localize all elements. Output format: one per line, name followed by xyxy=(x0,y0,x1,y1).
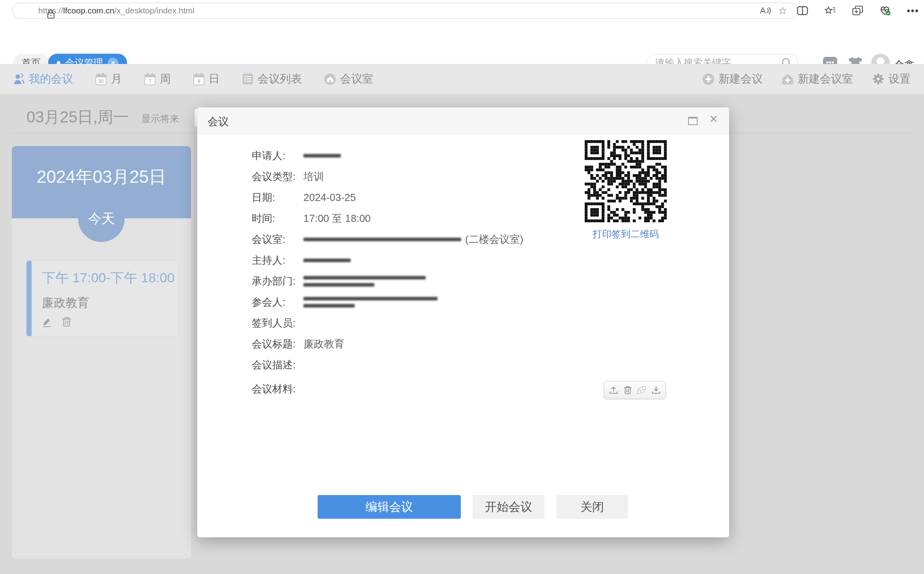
meeting-app: https://lfcoop.com.cn/x_desktop/index.ht… xyxy=(0,0,924,574)
start-meeting-button[interactable]: 开始会议 xyxy=(473,495,544,519)
calendar-week-icon: 7 xyxy=(144,73,156,86)
browser-actions: ••• xyxy=(794,3,922,19)
menu-my-meetings[interactable]: 我的会议 xyxy=(13,71,73,86)
read-aloud-icon[interactable]: A xyxy=(757,3,774,19)
home-circle-icon xyxy=(324,73,336,85)
menu-meeting-list[interactable]: 会议列表 xyxy=(242,71,302,86)
print-qr-link[interactable]: 打印签到二维码 xyxy=(593,228,659,240)
svg-text:30: 30 xyxy=(98,79,104,84)
download-icon[interactable] xyxy=(651,385,661,395)
address-bar[interactable]: https://lfcoop.com.cn/x_desktop/index.ht… xyxy=(12,3,798,19)
qr-block: 打印签到二维码 xyxy=(585,140,667,240)
meeting-title: 廉政教育 xyxy=(42,295,89,311)
day-card-date: 2024年03月25日 xyxy=(37,165,166,189)
meeting-time: 下午 17:00-下午 18:00 xyxy=(42,269,174,287)
modal-title: 会议 xyxy=(208,114,229,129)
browser-toolbar: https://lfcoop.com.cn/x_desktop/index.ht… xyxy=(0,0,924,22)
show-future-label: 显示将来 xyxy=(141,113,179,125)
menu-meeting-rooms[interactable]: 会议室 xyxy=(324,71,373,86)
field-meeting-subject: 会议标题: 廉政教育 xyxy=(252,334,662,355)
menubar: 我的会议 30 月 7 周 xyxy=(0,64,924,94)
today-badge[interactable]: 今天 xyxy=(78,195,125,242)
signin-qr-code xyxy=(585,140,667,222)
date-heading: 03月25日,周一 xyxy=(26,106,129,128)
svg-text:A: A xyxy=(760,6,766,15)
list-icon xyxy=(242,73,254,85)
url-text: https://lfcoop.com.cn/x_desktop/index.ht… xyxy=(38,6,195,15)
edit-icon[interactable] xyxy=(42,316,52,327)
redacted-value xyxy=(303,276,426,279)
plus-circle-icon xyxy=(702,73,715,85)
menu-month-view[interactable]: 30 月 xyxy=(95,71,122,86)
lock-icon xyxy=(47,9,55,19)
menu-new-meeting-room[interactable]: 新建会议室 xyxy=(782,71,853,86)
redacted-value xyxy=(303,154,341,158)
meeting-card[interactable]: 下午 17:00-下午 18:00 廉政教育 xyxy=(26,261,179,336)
app-header: 首页 会议管理 ✕ 金鑫鑫 xyxy=(0,21,924,64)
close-button[interactable]: 关闭 xyxy=(556,495,628,519)
close-icon[interactable]: ✕ xyxy=(709,113,718,126)
meeting-detail-modal: 会议 ✕ 申请人: 会议类型: 培训 日期: 2024-03-25 时间: 17… xyxy=(197,107,729,537)
favorites-bar-icon[interactable] xyxy=(821,3,839,19)
delete-material-icon[interactable] xyxy=(623,385,632,395)
share-icon[interactable] xyxy=(637,385,646,395)
menu-new-meeting[interactable]: 新建会议 xyxy=(702,71,763,86)
more-options-icon[interactable]: ••• xyxy=(904,3,922,19)
upload-icon[interactable] xyxy=(609,385,618,395)
edit-meeting-button[interactable]: 编辑会议 xyxy=(318,495,461,519)
collections-icon[interactable] xyxy=(849,3,866,19)
field-host: 主持人: xyxy=(252,250,662,271)
person-icon xyxy=(13,73,25,85)
redacted-value xyxy=(303,297,438,300)
svg-text:8: 8 xyxy=(198,79,200,84)
materials-toolbar xyxy=(604,381,666,399)
redacted-value xyxy=(303,238,461,241)
home-plus-icon xyxy=(782,73,794,85)
menu-day-view[interactable]: 8 日 xyxy=(193,71,220,86)
svg-text:7: 7 xyxy=(149,79,152,84)
redacted-value xyxy=(303,259,351,262)
menu-settings[interactable]: 设置 xyxy=(872,71,911,86)
delete-icon[interactable] xyxy=(62,316,72,327)
menu-week-view[interactable]: 7 周 xyxy=(144,71,171,86)
redacted-value xyxy=(303,283,374,287)
split-screen-icon[interactable] xyxy=(794,3,811,19)
maximize-icon[interactable] xyxy=(688,117,698,125)
field-meeting-materials: 会议材料: xyxy=(252,379,662,400)
field-organizing-dept: 承办部门: xyxy=(252,271,662,292)
day-panel: 2024年03月25日 今天 下午 17:00-下午 18:00 廉政教育 xyxy=(12,146,191,559)
gear-icon xyxy=(872,73,885,85)
field-meeting-description: 会议描述: xyxy=(252,355,662,375)
redacted-value xyxy=(303,304,355,308)
calendar-month-icon: 30 xyxy=(95,73,107,86)
calendar-day-icon: 8 xyxy=(193,73,205,86)
field-checked-in: 签到人员: xyxy=(252,313,662,334)
favorite-star-icon[interactable]: ☆ xyxy=(774,3,791,19)
browser-essentials-icon[interactable] xyxy=(877,3,894,19)
field-attendees: 参会人: xyxy=(252,292,662,313)
modal-header: 会议 ✕ xyxy=(197,107,729,134)
